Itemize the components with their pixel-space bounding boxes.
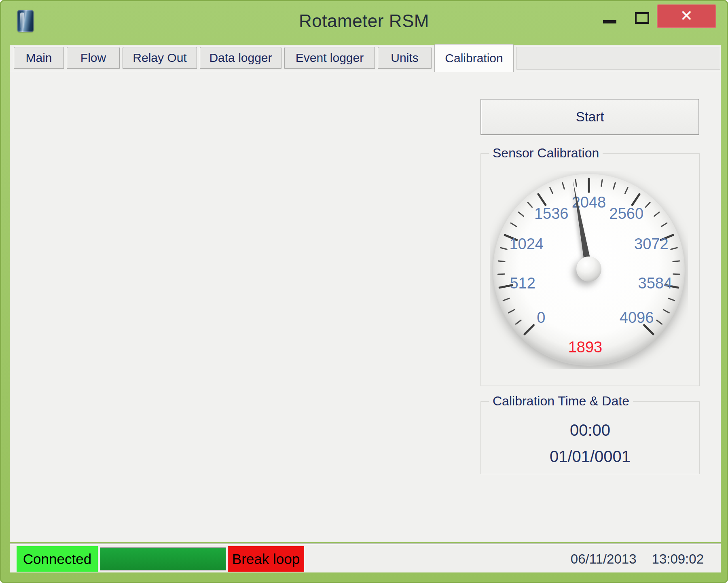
title-bar: Rotameter RSM ✕ bbox=[1, 1, 727, 44]
start-button[interactable]: Start bbox=[480, 99, 699, 135]
status-datetime: 06/11/2013 13:09:02 bbox=[571, 545, 704, 573]
connection-status-badge: Connected bbox=[17, 546, 98, 572]
tab-data-logger[interactable]: Data logger bbox=[200, 47, 281, 69]
calibration-date-value: 01/01/0001 bbox=[481, 447, 699, 466]
status-time: 13:09:02 bbox=[652, 551, 704, 567]
svg-text:4096: 4096 bbox=[620, 309, 654, 326]
progress-bar-fill bbox=[100, 548, 226, 570]
close-button[interactable]: ✕ bbox=[657, 4, 716, 28]
window-title: Rotameter RSM bbox=[1, 11, 727, 31]
minimize-button[interactable] bbox=[603, 20, 616, 23]
tab-main[interactable]: Main bbox=[14, 47, 64, 69]
sensor-calibration-group-title: Sensor Calibration bbox=[489, 146, 603, 161]
tab-flow[interactable]: Flow bbox=[67, 47, 120, 69]
calibration-time-date-group-title: Calibration Time & Date bbox=[489, 394, 633, 409]
status-bar: Connected Break loop 06/11/2013 13:09:02 bbox=[10, 544, 721, 572]
progress-bar bbox=[100, 547, 226, 570]
app-window: Rotameter RSM ✕ Main Flow Relay Out Data… bbox=[0, 0, 728, 583]
status-date: 06/11/2013 bbox=[571, 551, 637, 567]
sensor-calibration-group: Sensor Calibration bbox=[480, 153, 700, 386]
svg-text:512: 512 bbox=[510, 275, 535, 292]
tab-relay-out[interactable]: Relay Out bbox=[123, 47, 197, 69]
maximize-button[interactable] bbox=[635, 12, 649, 24]
svg-text:0: 0 bbox=[537, 309, 545, 326]
svg-text:3584: 3584 bbox=[638, 275, 673, 292]
calibration-page: Start Sensor Calibration bbox=[10, 71, 721, 542]
svg-text:1024: 1024 bbox=[509, 235, 544, 252]
gauge-hub bbox=[576, 257, 601, 282]
calibration-time-value: 00:00 bbox=[481, 421, 699, 439]
tab-strip: Main Flow Relay Out Data logger Event lo… bbox=[10, 45, 721, 71]
svg-text:1536: 1536 bbox=[534, 205, 569, 222]
calibration-time-date-group: Calibration Time & Date 00:00 01/01/0001 bbox=[480, 401, 700, 474]
svg-text:2560: 2560 bbox=[609, 205, 644, 222]
gauge-current-value: 1893 bbox=[568, 339, 603, 356]
tab-strip-filler bbox=[516, 47, 720, 70]
tab-calibration[interactable]: Calibration bbox=[434, 44, 514, 72]
break-loop-button[interactable]: Break loop bbox=[228, 546, 304, 572]
svg-text:3072: 3072 bbox=[634, 235, 669, 252]
tab-units[interactable]: Units bbox=[378, 47, 432, 69]
sensor-gauge: 05121024153620482560307235844096 1893 bbox=[490, 171, 688, 369]
tab-event-logger[interactable]: Event logger bbox=[284, 47, 375, 69]
